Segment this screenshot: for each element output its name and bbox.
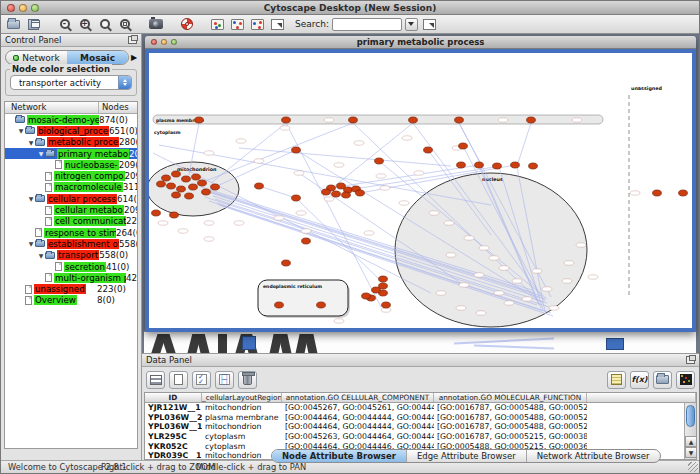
tree-row[interactable]: secretion41(0) <box>5 261 137 272</box>
network-node[interactable] <box>409 117 418 123</box>
network-node[interactable] <box>457 162 466 168</box>
tree-row[interactable]: ▼biological_process651(0) <box>5 125 137 136</box>
network-canvas[interactable]: plasma membranecytoplasmmitochondrionnuc… <box>149 53 692 328</box>
network-zoom-button[interactable] <box>171 39 177 45</box>
disclosure-triangle-icon[interactable]: ▼ <box>37 252 45 259</box>
network-node[interactable] <box>332 191 341 197</box>
tab-network-attribute-browser[interactable]: Network Attribute Browser <box>527 450 660 462</box>
tree-row[interactable]: Overview8(0) <box>5 295 137 306</box>
network-edge[interactable] <box>215 150 296 187</box>
vizmapper-button[interactable] <box>209 17 226 32</box>
tree-row[interactable]: cellular metabo209(0) <box>5 204 137 215</box>
network-node[interactable] <box>275 302 284 308</box>
network-node[interactable] <box>362 293 371 299</box>
table-scrollbar[interactable]: ▲ ▼ <box>684 403 696 459</box>
network-node[interactable] <box>157 181 166 187</box>
tree-row[interactable]: ▼transport558(0) <box>5 250 137 261</box>
minimize-button[interactable] <box>19 4 27 12</box>
zoom-in-button[interactable]: + <box>76 17 93 32</box>
network-node[interactable] <box>192 174 201 180</box>
tree-row[interactable]: response to stimulu264(0) <box>5 227 137 238</box>
scroll-down-icon[interactable]: ▼ <box>685 447 697 458</box>
open-session-button[interactable] <box>5 17 22 32</box>
tab-node-attribute-browser[interactable]: Node Attribute Browser <box>272 450 407 462</box>
tree-column-nodes[interactable]: Nodes <box>99 102 137 113</box>
table-column-header[interactable]: _cellularLayoutRegion <box>202 393 282 402</box>
network-node[interactable] <box>493 163 502 169</box>
network-node[interactable] <box>527 117 536 123</box>
network-node[interactable] <box>292 195 301 201</box>
tree-row[interactable]: ▼establishment of lo558(0) <box>5 238 137 249</box>
table-column-header[interactable]: annotation.GO CELLULAR_COMPONENT <box>282 393 434 402</box>
network-node[interactable] <box>182 176 191 182</box>
network-node[interactable] <box>170 212 179 218</box>
network-edge[interactable] <box>239 148 451 166</box>
tree-row[interactable]: cell communicat22(0) <box>5 216 137 227</box>
network-node[interactable] <box>195 117 204 123</box>
network-node[interactable] <box>282 117 291 123</box>
help-button[interactable] <box>178 17 195 32</box>
tab-network[interactable]: Network <box>6 51 67 64</box>
node-color-dropdown[interactable]: transporter activity <box>10 75 132 90</box>
network-node[interactable] <box>172 192 181 198</box>
network-window-titlebar[interactable]: primary metabolic process <box>145 36 696 49</box>
table-row[interactable]: YLR295Ccytoplasm[GO:0045263, GO:0044464,… <box>145 432 696 442</box>
disclosure-triangle-icon[interactable]: ▼ <box>27 195 35 202</box>
network-node[interactable] <box>475 162 484 168</box>
import-network-button[interactable] <box>421 17 438 32</box>
network-node[interactable] <box>342 192 351 198</box>
table-row[interactable]: YPL036W__2plasma membrane[GO:0044464, GO… <box>145 413 696 423</box>
notes-button[interactable] <box>607 371 626 389</box>
import-attributes-button[interactable] <box>653 371 672 389</box>
network-node[interactable] <box>189 184 198 190</box>
network-close-button[interactable] <box>151 39 157 45</box>
scroll-up-icon[interactable]: ▲ <box>685 436 697 447</box>
new-attribute-button[interactable] <box>169 371 188 389</box>
tree-row[interactable]: ▼cellular process614(0) <box>5 193 137 204</box>
disclosure-triangle-icon[interactable]: ▼ <box>27 240 35 247</box>
network-node[interactable] <box>198 180 207 186</box>
disclosure-triangle-icon[interactable]: ▼ <box>37 150 45 157</box>
tree-column-network[interactable]: Network <box>5 102 99 113</box>
disclosure-triangle-icon[interactable]: ▼ <box>27 139 35 146</box>
unselect-attributes-button[interactable]: □□ <box>215 371 234 389</box>
tree-row[interactable]: ▼primary metabo209(... <box>5 148 137 159</box>
network-node[interactable] <box>177 186 186 192</box>
zoom-window-button[interactable] <box>31 4 39 12</box>
network-node[interactable] <box>162 175 171 181</box>
close-button[interactable] <box>7 4 15 12</box>
disclosure-triangle-icon[interactable]: ▼ <box>17 127 25 134</box>
table-column-header[interactable]: ID <box>145 393 202 402</box>
network-node[interactable] <box>372 287 381 293</box>
snapshot-button[interactable] <box>147 17 164 32</box>
network-node[interactable] <box>653 190 662 196</box>
network-node[interactable] <box>375 158 384 164</box>
delete-attribute-button[interactable] <box>238 371 257 389</box>
network-node[interactable] <box>255 183 264 189</box>
layout-button-2[interactable] <box>249 17 266 32</box>
network-node[interactable] <box>292 147 301 153</box>
network-node[interactable] <box>282 260 291 266</box>
network-node[interactable] <box>379 276 388 282</box>
network-node[interactable] <box>211 184 220 190</box>
network-node[interactable] <box>459 143 468 149</box>
function-builder-button[interactable]: f(x) <box>630 371 649 389</box>
layout-button-1[interactable] <box>229 17 246 32</box>
table-row[interactable]: YJR121W__1mitochondrion[GO:0045267, GO:0… <box>145 403 696 413</box>
network-node[interactable] <box>349 117 358 123</box>
network-node[interactable] <box>356 190 365 196</box>
tab-mosaic[interactable]: Mosaic <box>67 51 128 64</box>
search-options-button[interactable] <box>405 18 418 31</box>
tree-row[interactable]: mosaic-demo-yeast874(0) <box>5 114 137 125</box>
network-edge[interactable] <box>259 186 296 198</box>
network-node[interactable] <box>317 302 326 308</box>
zoom-out-button[interactable]: - <box>56 17 73 32</box>
float-data-panel-icon[interactable] <box>686 356 695 364</box>
network-node[interactable] <box>424 147 433 153</box>
network-node[interactable] <box>679 190 688 196</box>
attribute-grid-button[interactable] <box>146 371 165 389</box>
zoom-fit-button[interactable] <box>116 17 133 32</box>
zoom-selected-button[interactable] <box>96 17 113 32</box>
region-nucleus[interactable] <box>395 173 587 327</box>
network-node[interactable] <box>529 163 538 169</box>
